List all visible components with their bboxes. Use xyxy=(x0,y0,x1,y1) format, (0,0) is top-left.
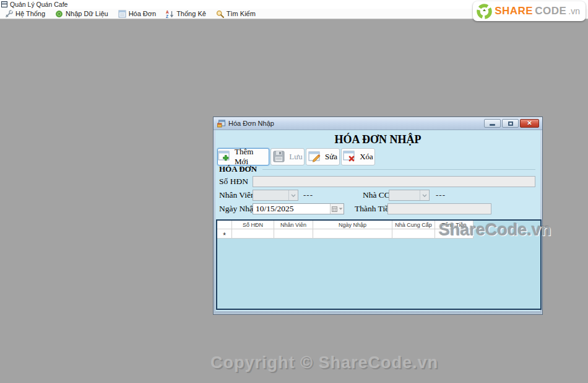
menu-item-label: Tìm Kiếm xyxy=(227,10,256,17)
menu-item-hoa-don[interactable]: Hóa Đơn xyxy=(115,9,161,19)
delete-button-label: Xóa xyxy=(360,152,373,162)
groupbox-line xyxy=(262,169,535,170)
add-form-icon xyxy=(218,150,231,164)
thanh-tien-input[interactable] xyxy=(387,203,491,214)
edit-button[interactable]: Sửa xyxy=(306,148,340,165)
nha-cc-label: Nhà CC xyxy=(363,190,390,200)
so-hdn-input[interactable] xyxy=(253,176,535,187)
form-heading: HÓA ĐƠN NHẬP xyxy=(215,133,540,146)
menu-item-tim-kiem[interactable]: Tìm Kiếm xyxy=(213,9,260,19)
tools-icon xyxy=(5,10,13,18)
nhan-vien-label: Nhân Viên xyxy=(219,190,255,200)
hoa-don-nhap-window: Hóa Đơn Nhập ✕ HÓA ĐƠN NHẬP Thêm Mới Lưu xyxy=(213,117,543,315)
group-label: HÓA ĐƠN xyxy=(219,164,257,174)
menu-item-label: Hệ Thống xyxy=(15,10,45,17)
window-form-icon xyxy=(217,120,225,128)
logo-text-tld: .vn xyxy=(568,6,580,16)
menu-item-label: Thống Kê xyxy=(176,10,206,17)
sort-az-icon: AZ xyxy=(166,10,174,18)
window-titlebar[interactable]: Hóa Đơn Nhập ✕ xyxy=(214,117,542,130)
edit-button-label: Sửa xyxy=(325,152,337,162)
save-button[interactable]: Lưu xyxy=(270,148,305,165)
save-button-label: Lưu xyxy=(289,152,303,162)
datagrid-table: Số HĐN Nhân Viên Ngày Nhập Nhà Cung Cấp … xyxy=(217,221,473,239)
datagrid-new-row[interactable]: * xyxy=(217,229,473,239)
column-header[interactable]: Nhân Viên xyxy=(274,221,313,229)
chevron-down-icon xyxy=(288,190,298,200)
new-row-indicator: * xyxy=(223,230,226,237)
database-icon xyxy=(55,10,63,18)
menu-item-thong-ke[interactable]: AZ Thống Kê xyxy=(163,9,210,19)
menu-item-label: Hóa Đơn xyxy=(129,10,157,17)
grid-cell[interactable] xyxy=(232,229,274,239)
ngay-nhap-value: 10/15/2025 xyxy=(256,204,294,214)
sharecode-logo: SHARECODE.vn xyxy=(473,1,586,21)
minimize-button[interactable] xyxy=(484,119,501,128)
column-header[interactable]: Số HĐN xyxy=(232,221,274,229)
search-icon xyxy=(216,10,224,18)
grid-cell[interactable] xyxy=(392,229,435,239)
close-icon: ✕ xyxy=(527,120,532,126)
recycle-icon xyxy=(476,3,493,20)
menu-item-label: Nhập Dữ Liệu xyxy=(66,10,108,17)
edit-pencil-icon xyxy=(308,150,322,164)
maximize-button[interactable] xyxy=(502,119,519,128)
datagrid-header-row: Số HĐN Nhân Viên Ngày Nhập Nhà Cung Cấp … xyxy=(217,221,473,229)
app-icon xyxy=(1,1,7,7)
chevron-down-icon xyxy=(420,190,429,200)
close-button[interactable]: ✕ xyxy=(520,119,539,128)
minimize-icon xyxy=(490,124,495,126)
so-hdn-label: Số HĐN xyxy=(219,177,248,187)
svg-text:Z: Z xyxy=(166,14,168,18)
invoice-icon xyxy=(118,10,126,18)
window-body: HÓA ĐƠN NHẬP Thêm Mới Lưu Sửa Xóa xyxy=(215,130,540,311)
grid-watermark-text: ShareCode.vn xyxy=(439,221,551,240)
menu-item-he-thong[interactable]: Hệ Thống xyxy=(2,9,50,19)
column-header[interactable]: Ngày Nhập xyxy=(313,221,392,229)
add-button[interactable]: Thêm Mới xyxy=(217,148,269,165)
grid-cell[interactable] xyxy=(313,229,392,239)
grid-cell[interactable] xyxy=(274,229,313,239)
app-title: Quản Lý Quán Cafe xyxy=(10,1,67,8)
invoice-datagrid[interactable]: Số HĐN Nhân Viên Ngày Nhập Nhà Cung Cấp … xyxy=(216,219,542,310)
delete-button[interactable]: Xóa xyxy=(341,148,375,165)
nha-cc-combobox[interactable] xyxy=(389,190,430,201)
calendar-dropdown-icon[interactable] xyxy=(330,204,344,214)
copyright-watermark: Copyright © ShareCode.vn xyxy=(210,353,438,372)
menu-item-nhap-du-lieu[interactable]: Nhập Dữ Liệu xyxy=(52,9,113,19)
ngay-nhap-datepicker[interactable]: 10/15/2025 xyxy=(253,203,344,214)
save-floppy-icon xyxy=(272,150,286,164)
logo-text-share: SHARE xyxy=(495,5,533,17)
window-title: Hóa Đơn Nhập xyxy=(228,120,481,127)
nhan-vien-name-text: --- xyxy=(303,190,313,200)
delete-x-icon xyxy=(343,150,357,164)
nha-cc-name-text: --- xyxy=(436,190,446,200)
column-header[interactable]: Nhà Cung Cấp xyxy=(392,221,435,229)
logo-text-code: CODE xyxy=(535,5,566,17)
ngay-nhap-label: Ngày Nhập xyxy=(219,204,257,214)
nhan-vien-combobox[interactable] xyxy=(253,190,298,201)
maximize-icon xyxy=(508,121,513,126)
row-header-cell xyxy=(217,221,232,229)
